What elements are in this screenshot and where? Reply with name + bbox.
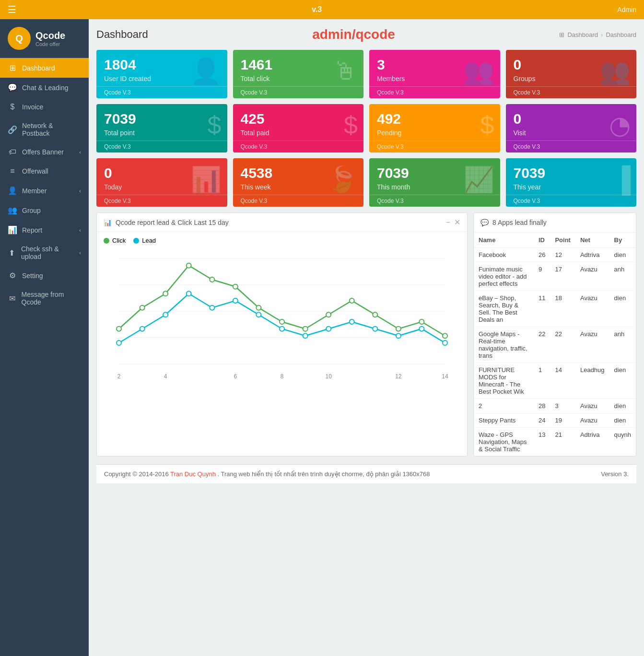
- logo-subtitle: Code offer: [35, 41, 65, 47]
- apps-table-cell-by: dien: [609, 291, 636, 327]
- sidebar-item-network-postback[interactable]: 🔗 Network & Postback: [0, 117, 89, 142]
- table-row: Steppy Pants2419Avazudien: [474, 413, 636, 428]
- sidebar-item-message[interactable]: ✉ Message from Qcode: [0, 285, 89, 311]
- sidebar-item-group[interactable]: 👥 Group: [0, 200, 89, 220]
- apps-table-cell-by: quynh: [609, 428, 636, 457]
- apps-table-header: ID: [534, 233, 550, 248]
- footer: Copyright © 2014-2016 Tran Duc Quynh . T…: [96, 464, 636, 483]
- logo-title: Qcode: [35, 30, 65, 41]
- stats-row1: 1804 User ID created 👤 Qcode V.3 1461 To…: [96, 50, 636, 98]
- table-row: Waze - GPS Navigation, Maps & Social Tra…: [474, 428, 636, 457]
- stat-footer: Qcode V.3: [506, 86, 637, 98]
- menu-icon[interactable]: ☰: [8, 4, 16, 15]
- svg-point-37: [350, 319, 354, 324]
- breadcrumb: ⊞ Dashboard › Dashboard: [559, 31, 636, 38]
- sidebar-item-offers-banner[interactable]: 🏷 Offers Banner ‹: [0, 142, 89, 162]
- breadcrumb-item1: Dashboard: [567, 31, 598, 38]
- sidebar-item-setting[interactable]: ⚙ Setting: [0, 266, 89, 285]
- stat-card-members: 3 Members 👥 Qcode V.3: [369, 50, 500, 98]
- apps-table-cell-id: 24: [534, 413, 550, 428]
- apps-table-cell-id: 22: [534, 327, 550, 363]
- chart-svg: 2468101214: [104, 249, 460, 383]
- sidebar-item-invoice[interactable]: $ Invoice: [0, 97, 89, 117]
- sidebar-item-label: Network & Postback: [22, 122, 81, 137]
- apps-table-cell-name: FURNITURE MODS for Minecraft - The Best …: [474, 363, 534, 399]
- apps-title: 8 Apps lead finally: [492, 219, 547, 226]
- invoice-icon: $: [8, 103, 17, 111]
- svg-point-18: [256, 305, 261, 310]
- sidebar-item-label: Group: [22, 207, 41, 214]
- footer-author-link[interactable]: Tran Duc Quynh: [170, 470, 216, 478]
- apps-table-cell-point: 18: [550, 291, 575, 327]
- logo-letter: Q: [15, 33, 23, 44]
- stat-value: 7039: [514, 165, 629, 181]
- apps-table-cell-name: Funimate music video editor - add perfec…: [474, 262, 534, 291]
- legend-click[interactable]: Click: [104, 237, 126, 244]
- sidebar-item-member[interactable]: 👤 Member ‹: [0, 181, 89, 200]
- svg-point-23: [373, 312, 377, 317]
- apps-table-cell-id: 1: [534, 363, 550, 399]
- sidebar-item-label: Setting: [22, 272, 43, 280]
- svg-point-13: [140, 305, 145, 310]
- svg-point-26: [443, 333, 447, 338]
- stat-footer: Qcode V.3: [96, 141, 227, 152]
- report-icon: 📊: [8, 225, 17, 234]
- legend-lead[interactable]: Lead: [133, 237, 156, 244]
- svg-text:12: 12: [395, 373, 402, 380]
- logo-text: Qcode Code offer: [35, 30, 65, 47]
- stat-label: Total point: [104, 129, 220, 137]
- stat-label: Pending: [377, 129, 492, 137]
- table-row: FURNITURE MODS for Minecraft - The Best …: [474, 363, 636, 399]
- apps-table-cell-point: 19: [550, 413, 575, 428]
- stat-label: This year: [514, 183, 629, 191]
- stat-icon: 📊: [190, 165, 222, 194]
- stat-value: 425: [241, 111, 356, 127]
- stat-card-total-click: 1461 Total click 🖱 Qcode V.3: [233, 50, 364, 98]
- apps-table-cell-name: Google Maps - Real-time navigation, traf…: [474, 327, 534, 363]
- apps-table: NameIDPointNetByFacebook2612AdtrivadienF…: [474, 233, 636, 456]
- svg-point-35: [303, 333, 308, 338]
- chart-controls: − ✕: [446, 218, 460, 227]
- svg-point-16: [210, 277, 214, 282]
- chart-icon: 📊: [104, 219, 112, 226]
- apps-table-header: Net: [575, 233, 609, 248]
- apps-table-cell-net: Leadhug: [575, 363, 609, 399]
- sidebar-item-report[interactable]: 📊 Report ‹: [0, 220, 89, 240]
- bottom-section: 📊 Qcode report lead & Click Last 15 day …: [96, 212, 636, 457]
- legend-click-label: Click: [112, 237, 126, 244]
- topbar: ☰ v.3 Admin: [0, 0, 644, 19]
- apps-table-cell-by: dien: [609, 413, 636, 428]
- page-header: Dashboard admin/qcode ⊞ Dashboard › Dash…: [96, 27, 636, 42]
- sidebar-item-label: Invoice: [22, 103, 43, 111]
- stat-icon: $: [208, 111, 222, 140]
- svg-point-36: [326, 327, 331, 331]
- admin-page-title: admin/qcode: [312, 27, 395, 42]
- svg-text:14: 14: [442, 373, 448, 380]
- apps-table-cell-name: eBay – Shop, Search, Buy & Sell. The Bes…: [474, 291, 534, 327]
- stat-card-this-year: 7039 This year ▐ Qcode V.3: [506, 158, 637, 207]
- stat-icon: $: [480, 111, 494, 140]
- apps-table-cell-by: dien: [609, 248, 636, 262]
- sidebar-item-check-ssh[interactable]: ⬆ Check ssh & upload ‹: [0, 240, 89, 266]
- svg-point-20: [303, 327, 308, 331]
- sidebar-item-dashboard[interactable]: ⊞ Dashboard: [0, 58, 89, 78]
- stats-row3: 0 Today 📊 Qcode V.3 4538 This week 🍃 Qco…: [96, 158, 636, 207]
- message-icon: ✉: [8, 294, 17, 303]
- sidebar-item-offerwall[interactable]: ≡ Offerwall: [0, 162, 89, 181]
- apps-table-cell-name: Waze - GPS Navigation, Maps & Social Tra…: [474, 428, 534, 457]
- stat-card-visit: 0 Visit ◔ Qcode V.3: [506, 104, 637, 152]
- apps-table-cell-point: 3: [550, 399, 575, 413]
- apps-table-cell-id: 28: [534, 399, 550, 413]
- chart-close-button[interactable]: ✕: [454, 218, 460, 227]
- chart-minimize-button[interactable]: −: [446, 218, 450, 227]
- page-title: Dashboard: [96, 28, 148, 41]
- network-icon: 🔗: [8, 125, 17, 134]
- ssh-icon: ⬆: [8, 248, 16, 258]
- stat-card-pending: 492 Pending $ Qcode V.3: [369, 104, 500, 152]
- apps-icon: 💬: [480, 219, 489, 226]
- stat-footer: Qcode V.3: [96, 86, 227, 98]
- breadcrumb-icon: ⊞: [559, 31, 564, 38]
- sidebar-item-chat-leading[interactable]: 💬 Chat & Leading: [0, 78, 89, 97]
- apps-table-cell-net: Adtriva: [575, 428, 609, 457]
- apps-table-header: By: [609, 233, 636, 248]
